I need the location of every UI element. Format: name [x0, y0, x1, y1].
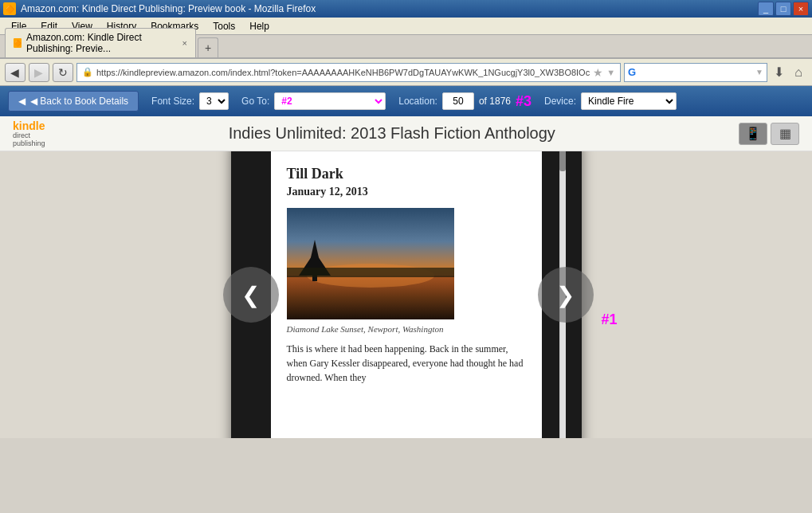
chapter-date: January 12, 2013: [287, 186, 526, 198]
maximize-button[interactable]: □: [775, 2, 791, 16]
lock-icon: 🔒: [82, 67, 93, 77]
kdp-publishing: publishing: [13, 140, 45, 148]
bookmark-star-icon[interactable]: ★: [593, 66, 603, 79]
kindle-screen: Till Dark January 12, 2013: [271, 151, 542, 438]
new-tab-button[interactable]: +: [198, 37, 218, 57]
kdp-bar: kindle direct publishing Indies Unlimite…: [0, 116, 812, 151]
back-label: ◀ Back to Book Details: [30, 96, 128, 107]
go-to-section: Go To: #2: [241, 92, 386, 110]
chevron-left-icon: ❮: [241, 282, 260, 308]
tablet-view-button[interactable]: ▦: [771, 123, 799, 145]
font-size-section: Font Size: 3: [151, 92, 229, 110]
total-locations: of 1876: [479, 96, 511, 107]
minimize-button[interactable]: _: [758, 2, 774, 16]
tab-close-button[interactable]: ×: [182, 38, 187, 48]
chapter-image: [287, 208, 454, 319]
next-page-button[interactable]: ❯: [538, 267, 594, 323]
tab-favicon: 🔶: [14, 38, 22, 48]
menu-help[interactable]: Help: [243, 19, 276, 33]
download-icon[interactable]: ⬇: [771, 63, 788, 82]
book-title: Indies Unlimited: 2013 Flash Fiction Ant…: [45, 124, 739, 143]
previous-page-button[interactable]: ❮: [223, 267, 279, 323]
address-bar: ◀ ▶ ↻ 🔒 https://kindlepreview.amazon.com…: [0, 59, 812, 86]
toolbar: ◀ ◀ Back to Book Details Font Size: 3 Go…: [0, 86, 812, 116]
image-caption: Diamond Lake Sunset, Newport, Washington: [287, 324, 526, 334]
home-icon[interactable]: ⌂: [790, 63, 807, 82]
search-bar[interactable]: G ▼: [624, 63, 767, 82]
go-to-label: Go To:: [241, 96, 269, 107]
dropdown-icon[interactable]: ▼: [606, 68, 615, 77]
kindle-device: ❮ Till Dark January 12, 2013: [231, 151, 582, 438]
close-button[interactable]: ×: [793, 2, 809, 16]
forward-button[interactable]: ▶: [29, 63, 49, 82]
phone-view-button[interactable]: 📱: [739, 123, 767, 145]
back-arrow-icon: ◀: [18, 96, 25, 107]
location-label: Location:: [398, 96, 437, 107]
url-text: https://kindlepreview.amazon.com/index.h…: [96, 68, 590, 77]
svg-rect-6: [287, 268, 454, 277]
active-tab[interactable]: 🔶 Amazon.com: Kindle Direct Publishing: …: [5, 28, 196, 57]
tab-bar: 🔶 Amazon.com: Kindle Direct Publishing: …: [0, 35, 812, 59]
window-title: Amazon.com: Kindle Direct Publishing: Pr…: [21, 3, 316, 14]
google-icon: G: [628, 66, 636, 78]
reload-button[interactable]: ↻: [53, 63, 73, 82]
font-size-select[interactable]: 3: [199, 92, 229, 110]
back-button[interactable]: ◀: [5, 63, 25, 82]
go-to-select[interactable]: #2: [274, 92, 386, 110]
url-bar[interactable]: 🔒 https://kindlepreview.amazon.com/index…: [76, 63, 621, 82]
font-size-label: Font Size:: [151, 96, 194, 107]
chevron-right-icon: ❯: [556, 282, 575, 308]
tab-label: Amazon.com: Kindle Direct Publishing: Pr…: [26, 32, 178, 54]
main-content: ❮ Till Dark January 12, 2013: [0, 151, 812, 438]
extra-nav-buttons: ⬇ ⌂: [771, 63, 807, 82]
app-icon: 🔶: [3, 2, 16, 15]
location-section: Location: of 1876 #3: [398, 92, 532, 110]
view-buttons: 📱 ▦: [739, 123, 799, 145]
chapter-text: This is where it had been happening. Bac…: [287, 342, 526, 385]
annotation-1: #1: [601, 311, 617, 328]
location-input[interactable]: [442, 92, 474, 110]
search-dropdown-icon[interactable]: ▼: [755, 68, 763, 76]
title-bar: 🔶 Amazon.com: Kindle Direct Publishing: …: [0, 0, 812, 18]
back-to-book-details-button[interactable]: ◀ ◀ Back to Book Details: [8, 91, 139, 112]
window-controls: _ □ ×: [758, 2, 809, 16]
device-label: Device:: [544, 96, 576, 107]
menu-tools[interactable]: Tools: [206, 19, 241, 33]
kdp-logo: kindle direct publishing: [13, 119, 45, 148]
chapter-title: Till Dark: [287, 166, 526, 182]
device-section: Device: Kindle Fire Kindle Kindle Paperw…: [544, 92, 677, 110]
scrollbar-thumb[interactable]: [559, 151, 566, 171]
annotation-3: #3: [516, 93, 532, 110]
device-select[interactable]: Kindle Fire Kindle Kindle Paperwhite: [581, 92, 677, 110]
kindle-brand: kindle: [13, 119, 45, 132]
